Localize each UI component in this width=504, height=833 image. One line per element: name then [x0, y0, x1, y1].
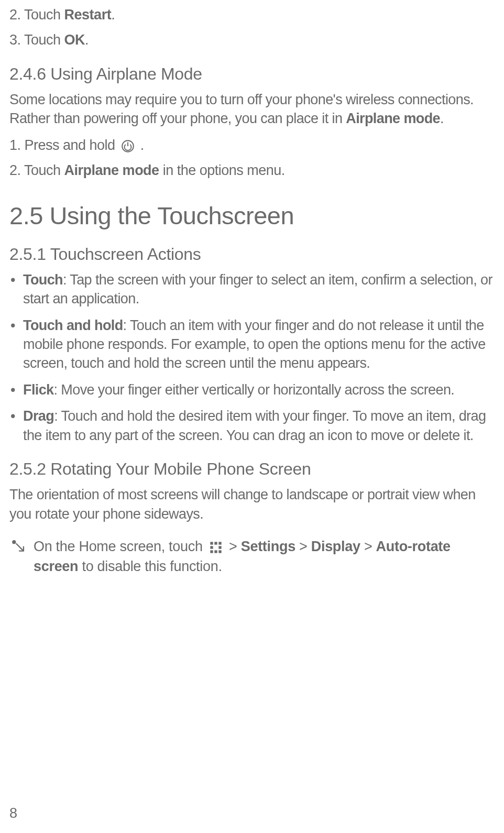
heading-252: 2.5.2 Rotating Your Mobile Phone Screen — [9, 459, 495, 479]
svg-rect-6 — [210, 546, 213, 549]
note-arrow-icon — [10, 539, 28, 557]
note-block: On the Home screen, touch > Settings > D… — [9, 537, 495, 577]
svg-rect-5 — [218, 542, 221, 544]
bullet-touch: Touch: Tap the screen with your finger t… — [9, 270, 495, 309]
svg-rect-10 — [218, 550, 221, 553]
step-2-bold: Restart — [64, 7, 112, 23]
step-246-2-suffix: in the options menu. — [159, 162, 285, 178]
bullet-drag: Drag: Touch and hold the desired item wi… — [9, 407, 495, 445]
step-3-bold: OK — [64, 32, 85, 48]
bullet-flick-bold: Flick — [23, 382, 54, 398]
step-3-suffix: . — [85, 32, 89, 48]
para-246: Some locations may require you to turn o… — [9, 90, 495, 128]
bullet-touchhold-bold: Touch and hold — [23, 317, 123, 333]
bullet-drag-text: : Touch and hold the desired item with y… — [23, 408, 486, 443]
bullet-touch-text: : Tap the screen with your finger to sel… — [23, 272, 492, 306]
bullet-drag-bold: Drag — [23, 408, 54, 424]
svg-rect-7 — [218, 546, 221, 549]
svg-rect-3 — [210, 542, 213, 544]
step-246-2-bold: Airplane mode — [64, 162, 159, 178]
svg-point-2 — [12, 540, 16, 544]
svg-rect-4 — [214, 542, 217, 544]
note-prefix: On the Home screen, touch — [34, 539, 206, 554]
step-2-suffix: . — [111, 7, 115, 23]
note-gt2: > — [295, 539, 311, 554]
bullet-list-251: Touch: Tap the screen with your finger t… — [9, 270, 495, 445]
heading-25: 2.5 Using the Touchscreen — [9, 201, 495, 230]
note-settings: Settings — [241, 539, 295, 554]
note-display: Display — [311, 539, 360, 554]
bullet-touch-bold: Touch — [23, 272, 63, 288]
svg-rect-8 — [210, 550, 213, 553]
power-icon — [119, 139, 137, 153]
step-2-prefix: 2. Touch — [9, 7, 64, 23]
step-246-1: 1. Press and hold . — [9, 136, 495, 155]
step-246-1-suffix: . — [137, 137, 144, 153]
note-gt3: > — [360, 539, 376, 554]
bullet-touchhold: Touch and hold: Touch an item with your … — [9, 316, 495, 373]
step-2: 2. Touch Restart. — [9, 5, 495, 24]
note-text: On the Home screen, touch > Settings > D… — [34, 537, 495, 577]
para-252: The orientation of most screens will cha… — [9, 485, 495, 523]
apps-grid-icon — [206, 541, 225, 554]
bullet-flick-text: : Move your finger either vertically or … — [54, 382, 455, 398]
step-3-prefix: 3. Touch — [9, 32, 64, 48]
heading-246: 2.4.6 Using Airplane Mode — [9, 64, 495, 84]
step-246-2: 2. Touch Airplane mode in the options me… — [9, 161, 495, 180]
step-3: 3. Touch OK. — [9, 30, 495, 49]
svg-rect-9 — [214, 550, 217, 553]
bullet-flick: Flick: Move your finger either verticall… — [9, 380, 495, 399]
heading-251: 2.5.1 Touchscreen Actions — [9, 245, 495, 264]
step-246-1-prefix: 1. Press and hold — [9, 137, 119, 153]
para-246-bold: Airplane mode — [346, 111, 440, 126]
note-gt1: > — [225, 539, 241, 554]
para-246-suffix: . — [440, 111, 444, 126]
note-suffix: to disable this function. — [78, 558, 222, 574]
page-number: 8 — [9, 805, 17, 821]
step-246-2-prefix: 2. Touch — [9, 162, 64, 178]
